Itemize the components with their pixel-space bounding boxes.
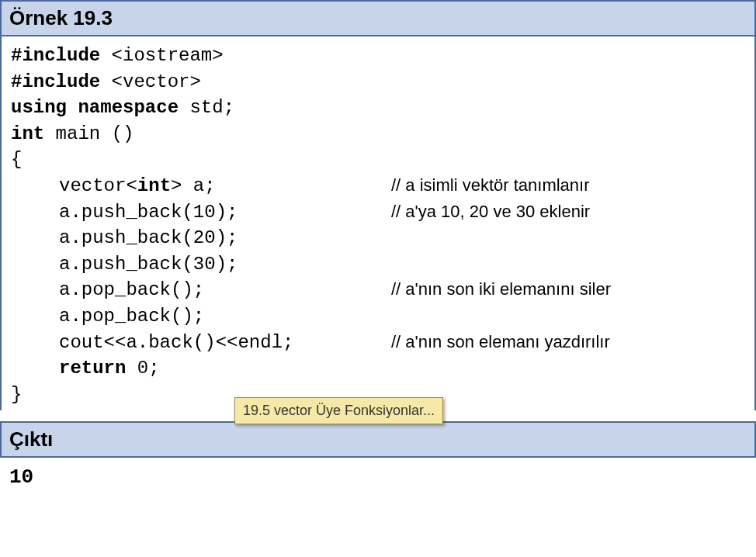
code-line: return 0; (11, 355, 745, 382)
output-value: 10 (9, 465, 33, 489)
code-line: #include <vector> (11, 69, 745, 95)
code-text: using namespace std; (11, 95, 234, 121)
code-line: #include <iostream> (11, 43, 745, 69)
code-text: a.push_back(30); (11, 251, 238, 278)
code-block: #include <iostream> #include <vector> us… (0, 36, 756, 410)
code-text: a.pop_back(); (11, 277, 391, 303)
code-line: a.push_back(20); (11, 225, 745, 251)
code-line: { (11, 147, 745, 173)
code-text: int main () (11, 121, 134, 147)
code-line: a.push_back(10); // a'ya 10, 20 ve 30 ek… (11, 199, 745, 226)
code-line: cout<<a.back()<<endl; // a'nın son elema… (11, 330, 745, 356)
code-line: int main () (11, 121, 745, 147)
output-title: Çıktı (9, 427, 53, 451)
tooltip: 19.5 vector Üye Fonksiyonlar... (234, 397, 443, 424)
code-text: a.pop_back(); (11, 303, 204, 330)
example-header: Örnek 19.3 (0, 0, 756, 36)
tooltip-text: 19.5 vector Üye Fonksiyonlar... (243, 403, 435, 418)
output-header: Çıktı (0, 421, 756, 458)
code-line: using namespace std; (11, 95, 745, 121)
code-comment: // a isimli vektör tanımlanır (391, 174, 590, 198)
example-title: Örnek 19.3 (9, 6, 113, 29)
code-comment: // a'ya 10, 20 ve 30 eklenir (391, 200, 590, 224)
output-block: 10 (0, 458, 756, 496)
code-comment: // a'nın son elemanı yazdırılır (391, 330, 610, 355)
code-comment: // a'nın son iki elemanını siler (391, 278, 611, 302)
code-line: vector<int> a; // a isimli vektör tanıml… (11, 173, 745, 199)
code-line: a.pop_back(); // a'nın son iki elemanını… (11, 277, 745, 303)
code-text: #include <iostream> (11, 43, 224, 69)
code-text: } (11, 382, 22, 408)
code-text: return 0; (11, 355, 160, 382)
code-line: a.pop_back(); (11, 303, 745, 330)
code-text: vector<int> a; (11, 173, 391, 199)
code-text: a.push_back(10); (11, 199, 391, 226)
code-line: a.push_back(30); (11, 251, 745, 278)
code-text: cout<<a.back()<<endl; (11, 330, 391, 356)
code-text: { (11, 147, 22, 173)
code-text: a.push_back(20); (11, 225, 238, 251)
code-text: #include <vector> (11, 69, 201, 95)
